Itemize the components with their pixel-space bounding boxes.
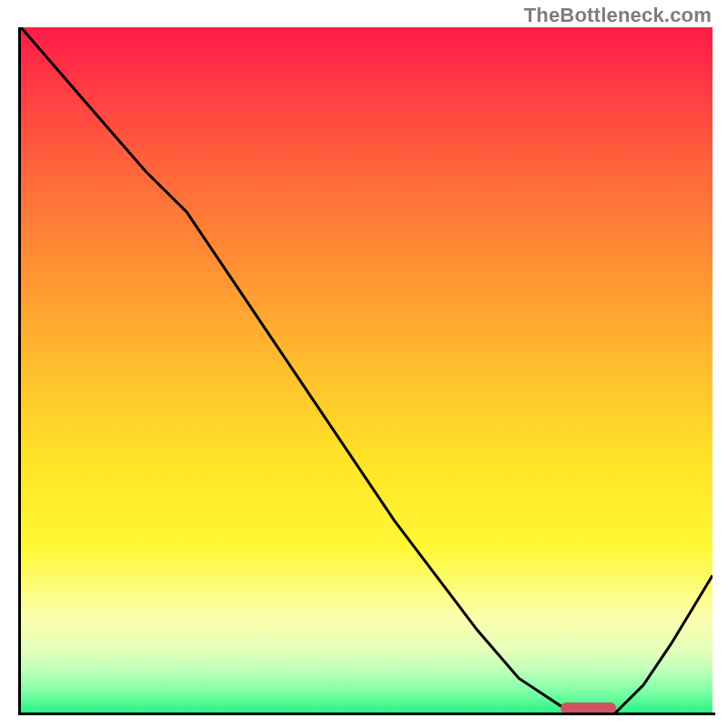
y-axis-line — [18, 27, 21, 715]
watermark-text: TheBottleneck.com — [524, 4, 712, 27]
x-axis-line — [18, 713, 715, 715]
plot-area — [21, 27, 713, 713]
bottleneck-curve-path — [21, 27, 713, 713]
curve-layer — [21, 27, 713, 713]
chart-container: TheBottleneck.com — [0, 0, 728, 728]
